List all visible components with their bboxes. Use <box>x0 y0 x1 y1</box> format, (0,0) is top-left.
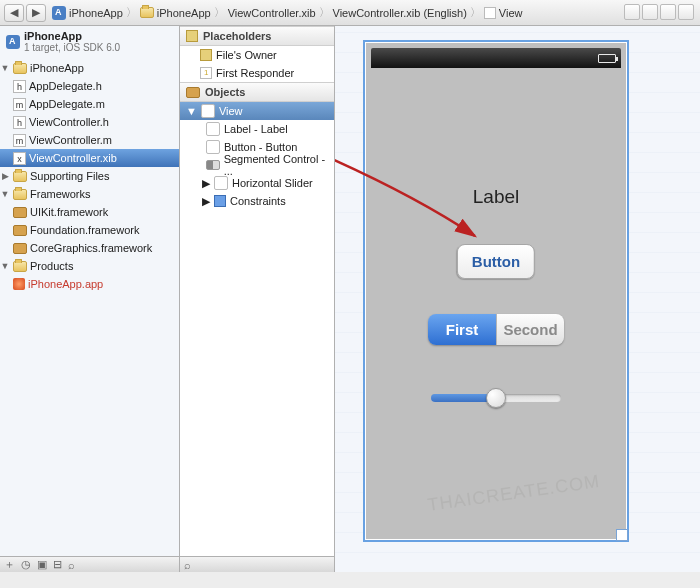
canvas-label[interactable]: Label <box>371 186 621 208</box>
object-icon <box>206 160 220 170</box>
crumb-3: ViewController.xib (English) <box>333 7 467 19</box>
canvas-button[interactable]: Button <box>457 244 535 279</box>
interface-builder-canvas[interactable]: Label Button First Second THAICREATE.COM <box>335 26 700 572</box>
nav-item-viewcontroller-xib[interactable]: xViewController.xib <box>0 149 179 167</box>
nav-item-viewcontroller-h[interactable]: hViewController.h <box>0 113 179 131</box>
folder-icon <box>140 7 154 18</box>
file-icon: x <box>13 152 26 165</box>
segment-second[interactable]: Second <box>496 314 564 345</box>
canvas-slider[interactable] <box>431 394 561 402</box>
utilities-button[interactable] <box>678 4 694 20</box>
placeholders-header: Placeholders <box>180 26 334 46</box>
device-view[interactable]: Label Button First Second THAICREATE.COM <box>363 40 629 542</box>
project-icon <box>52 6 66 20</box>
object-icon <box>214 176 228 190</box>
crumb-0: iPhoneApp <box>69 7 123 19</box>
battery-icon <box>598 54 616 63</box>
object-segmented-control-[interactable]: Segmented Control - ... <box>180 156 334 174</box>
search-icon[interactable]: ⌕ <box>68 559 75 571</box>
related-items-button[interactable] <box>624 4 640 20</box>
objects-icon <box>186 87 200 98</box>
status-bar <box>371 48 621 68</box>
file-icon: h <box>13 116 26 129</box>
resize-handle[interactable] <box>616 529 628 541</box>
object-label-label[interactable]: Label - Label <box>180 120 334 138</box>
outline-filter-bar: ⌕ <box>180 556 334 572</box>
nav-item-appdelegate-h[interactable]: hAppDelegate.h <box>0 77 179 95</box>
nav-item-viewcontroller-m[interactable]: mViewController.m <box>0 131 179 149</box>
file-icon <box>13 207 27 218</box>
nav-item-frameworks[interactable]: ▼Frameworks <box>0 185 179 203</box>
document-outline: Placeholders File's OwnerFirst Responder… <box>180 26 335 572</box>
canvas-segmented-control[interactable]: First Second <box>428 314 564 345</box>
nav-item-appdelegate-m[interactable]: mAppDelegate.m <box>0 95 179 113</box>
project-subtitle: 1 target, iOS SDK 6.0 <box>24 42 120 53</box>
nav-item-iphoneapp[interactable]: ▼iPhoneApp <box>0 59 179 77</box>
segment-first[interactable]: First <box>428 314 496 345</box>
file-icon <box>13 278 25 290</box>
assistant-button[interactable] <box>642 4 658 20</box>
placeholder-first-responder[interactable]: First Responder <box>180 64 334 82</box>
file-icon <box>13 225 27 236</box>
project-name[interactable]: iPhoneApp <box>24 30 120 42</box>
xcode-project-icon <box>6 35 20 49</box>
watermark: THAICREATE.COM <box>427 471 602 516</box>
cube-icon <box>200 49 212 61</box>
nav-back-button[interactable]: ◀ <box>4 4 24 22</box>
crumb-2: ViewController.xib <box>228 7 316 19</box>
breadcrumb-bar: ◀ ▶ iPhoneApp〉 iPhoneApp〉 ViewController… <box>0 0 700 26</box>
object-horizontal-slider[interactable]: ▶Horizontal Slider <box>180 174 334 192</box>
file-icon <box>13 63 27 74</box>
jump-bar-tools <box>624 4 694 20</box>
outline-filter-icon[interactable]: ⌕ <box>184 559 191 571</box>
project-navigator: iPhoneApp 1 target, iOS SDK 6.0 ▼iPhoneA… <box>0 26 180 572</box>
view-icon <box>484 7 496 19</box>
file-icon <box>13 243 27 254</box>
nav-item-products[interactable]: ▼Products <box>0 257 179 275</box>
objects-header: Objects <box>180 82 334 102</box>
file-icon: m <box>13 134 26 147</box>
nav-item-uikit-framework[interactable]: UIKit.framework <box>0 203 179 221</box>
object-icon <box>214 195 226 207</box>
nav-item-coregraphics-framework[interactable]: CoreGraphics.framework <box>0 239 179 257</box>
nav-forward-button[interactable]: ▶ <box>26 4 46 22</box>
file-icon: h <box>13 80 26 93</box>
object-icon <box>206 140 220 154</box>
nav-item-supporting-files[interactable]: ▶Supporting Files <box>0 167 179 185</box>
file-icon <box>13 189 27 200</box>
slider-knob[interactable] <box>486 388 506 408</box>
object-constraints[interactable]: ▶Constraints <box>180 192 334 210</box>
scm-icon[interactable]: ▣ <box>37 558 47 571</box>
nav-item-iphoneapp-app[interactable]: iPhoneApp.app <box>0 275 179 293</box>
version-button[interactable] <box>660 4 676 20</box>
filter-icon[interactable]: ⊟ <box>53 558 62 571</box>
add-icon[interactable]: ＋ <box>4 557 15 572</box>
navigator-filter-bar: ＋ ◷ ▣ ⊟ ⌕ <box>0 556 179 572</box>
recent-icon[interactable]: ◷ <box>21 558 31 571</box>
red-icon <box>200 67 212 79</box>
nav-item-foundation-framework[interactable]: Foundation.framework <box>0 221 179 239</box>
object-view[interactable]: ▼View <box>180 102 334 120</box>
object-icon <box>206 122 220 136</box>
file-icon <box>13 261 27 272</box>
placeholders-icon <box>186 30 198 42</box>
file-icon <box>13 171 27 182</box>
file-icon: m <box>13 98 26 111</box>
placeholder-file-s-owner[interactable]: File's Owner <box>180 46 334 64</box>
crumb-4: View <box>499 7 523 19</box>
breadcrumb[interactable]: iPhoneApp〉 iPhoneApp〉 ViewController.xib… <box>48 5 526 20</box>
object-icon <box>201 104 215 118</box>
crumb-1: iPhoneApp <box>157 7 211 19</box>
